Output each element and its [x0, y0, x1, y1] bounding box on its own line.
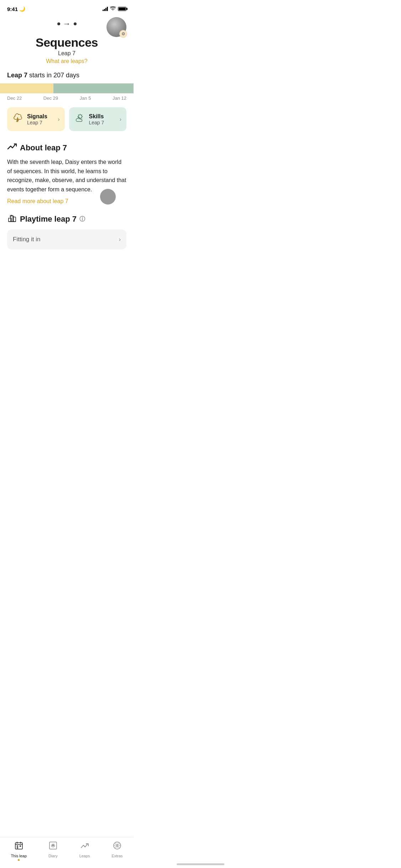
- wifi-icon: [110, 6, 116, 12]
- skills-card-title: Skills: [89, 113, 116, 120]
- about-title: About leap 7: [7, 143, 126, 153]
- header: → ⚙: [0, 16, 134, 29]
- skills-card-chevron: ›: [120, 116, 121, 123]
- timeline-bar: [0, 83, 134, 93]
- leap-subtitle: Leap 7: [7, 50, 126, 57]
- about-section: About leap 7 With the seventh leap, Dais…: [0, 135, 134, 209]
- fitting-card-text: Fitting it in: [13, 236, 40, 243]
- cards-section: Signals Leap 7 › Skills Leap 7 ›: [0, 103, 134, 135]
- nav-arrow: →: [63, 19, 71, 29]
- fitting-card[interactable]: Fitting it in ›: [7, 229, 126, 249]
- about-bottom: Read more about leap 7: [7, 194, 126, 205]
- signals-card-text: Signals Leap 7: [27, 113, 54, 125]
- skills-card-subtitle: Leap 7: [89, 120, 116, 125]
- date-label-1: Dec 22: [7, 95, 22, 101]
- info-icon[interactable]: ⓘ: [79, 216, 85, 223]
- what-are-leaps-link[interactable]: What are leaps?: [7, 58, 126, 64]
- date-label-2: Dec 29: [43, 95, 58, 101]
- skills-card[interactable]: Skills Leap 7 ›: [69, 107, 127, 131]
- leap-starts-suffix: starts in 207 days: [27, 72, 79, 79]
- fitting-card-chevron: ›: [119, 236, 121, 243]
- leap-info: Leap 7 starts in 207 days: [0, 69, 134, 81]
- leap-starts-text: Leap 7 starts in 207 days: [7, 72, 126, 79]
- moon-icon: 🌙: [19, 6, 25, 12]
- avatar-container[interactable]: ⚙: [106, 17, 126, 37]
- date-label-3: Jan 5: [80, 95, 91, 101]
- partly-cloudy-icon: [74, 112, 85, 126]
- signals-card-chevron: ›: [58, 116, 59, 123]
- skills-card-text: Skills Leap 7: [89, 113, 116, 125]
- status-bar: 9:41 🌙: [0, 0, 134, 16]
- playtime-title: Playtime leap 7 ⓘ: [7, 213, 126, 225]
- status-icons: [103, 6, 126, 12]
- nav-dot-left: [57, 22, 60, 25]
- signals-card-title: Signals: [27, 113, 54, 120]
- signals-card[interactable]: Signals Leap 7 ›: [7, 107, 65, 131]
- floating-dot: [100, 189, 116, 205]
- page-title: Sequences: [7, 36, 126, 50]
- signal-icon: [103, 7, 108, 11]
- read-more-link[interactable]: Read more about leap 7: [7, 198, 68, 205]
- date-labels: Dec 22 Dec 29 Jan 5 Jan 12: [0, 93, 134, 103]
- header-nav: →: [57, 19, 77, 29]
- trend-up-icon: [7, 143, 17, 153]
- signals-card-subtitle: Leap 7: [27, 120, 54, 125]
- date-label-4: Jan 12: [113, 95, 126, 101]
- about-body-text: With the seventh leap, Daisy enters the …: [7, 157, 126, 194]
- gear-icon[interactable]: ⚙: [119, 30, 127, 38]
- svg-rect-3: [13, 217, 16, 222]
- storm-icon: [12, 112, 24, 126]
- battery-icon: [118, 7, 126, 11]
- nav-dot-right: [74, 22, 77, 25]
- svg-rect-1: [9, 218, 11, 222]
- status-time: 9:41 🌙: [7, 6, 25, 12]
- timeline-yellow: [0, 83, 53, 93]
- leap-number: Leap 7: [7, 72, 27, 79]
- playtime-section: Playtime leap 7 ⓘ Fitting it in ›: [0, 209, 134, 254]
- playtime-icon: [7, 213, 17, 225]
- timeline-green: [53, 83, 134, 93]
